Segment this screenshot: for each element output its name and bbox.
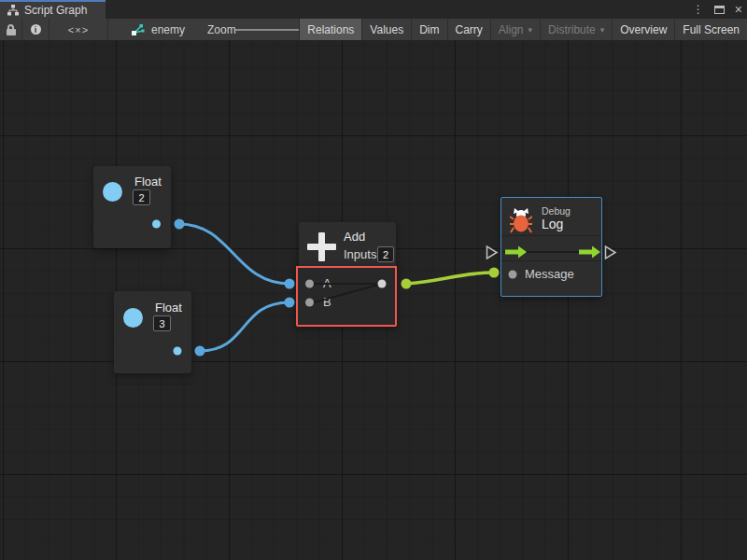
node-title: Add [344, 230, 365, 244]
close-icon[interactable]: × [735, 3, 742, 16]
node-title: Float [155, 301, 182, 315]
inspect-button[interactable]: i [22, 19, 49, 40]
lock-icon [7, 24, 16, 35]
distribute-dropdown[interactable]: Distribute ▾ [540, 19, 612, 40]
dim-button[interactable]: Dim [411, 19, 446, 40]
zoom-label: Zoom [207, 23, 236, 36]
graph-toolbar: i <×> enemy Zoom 1x Relations Values Dim [0, 19, 747, 41]
title-bar: Script Graph ⋮ × [0, 0, 747, 19]
relations-button[interactable]: Relations [299, 19, 361, 40]
node-separator [501, 260, 601, 261]
code-view-button[interactable]: <×> [49, 19, 108, 40]
graph-breadcrumb[interactable]: enemy [131, 19, 185, 40]
maximize-icon[interactable] [714, 6, 725, 14]
node-float-1[interactable]: Float 2 [93, 166, 171, 248]
lock-button[interactable] [0, 19, 22, 40]
node-separator [501, 235, 601, 236]
float-type-icon [123, 308, 143, 328]
port-label-message: Message [525, 267, 574, 281]
chevron-down-icon: ▾ [529, 25, 533, 35]
script-graph-window: Script Graph ⋮ × i <×> enemy [0, 0, 747, 560]
code-view-icon: <×> [68, 24, 89, 35]
toolbar-button-group: Relations Values Dim Carry Align ▾ Distr… [299, 19, 747, 40]
tab-script-graph[interactable]: Script Graph [0, 0, 106, 19]
node-category: Debug [542, 205, 571, 217]
node-debug-log[interactable]: Debug Log Message [500, 197, 602, 297]
script-graph-icon [7, 5, 20, 16]
add-icon [307, 232, 336, 261]
chevron-down-icon: ▾ [600, 25, 605, 35]
tab-title: Script Graph [24, 4, 87, 17]
float-value-field[interactable]: 2 [133, 189, 150, 205]
node-title: Float [134, 175, 162, 189]
window-controls: ⋮ × [693, 0, 742, 19]
node-float-2[interactable]: Float 3 [114, 291, 191, 373]
node-title: Log [542, 217, 563, 231]
align-dropdown[interactable]: Align ▾ [490, 19, 540, 40]
port-label-a: A [323, 276, 331, 290]
float-type-icon [103, 182, 122, 202]
graph-name: enemy [151, 23, 185, 36]
overview-button[interactable]: Overview [612, 19, 674, 40]
float-value-field[interactable]: 3 [153, 315, 171, 331]
full-screen-button[interactable]: Full Screen [674, 19, 747, 40]
window-menu-icon[interactable]: ⋮ [693, 4, 704, 15]
inputs-label: Inputs [344, 247, 376, 261]
node-add-body[interactable]: A B [296, 266, 397, 327]
inputs-count-field[interactable]: 2 [377, 246, 394, 262]
node-add-header[interactable]: Add Inputs 2 [299, 222, 396, 270]
graph-icon [131, 23, 146, 36]
carry-button[interactable]: Carry [447, 19, 490, 40]
bug-icon [510, 208, 532, 233]
port-label-b: B [323, 295, 331, 309]
values-button[interactable]: Values [361, 19, 411, 40]
info-icon: i [31, 24, 41, 35]
